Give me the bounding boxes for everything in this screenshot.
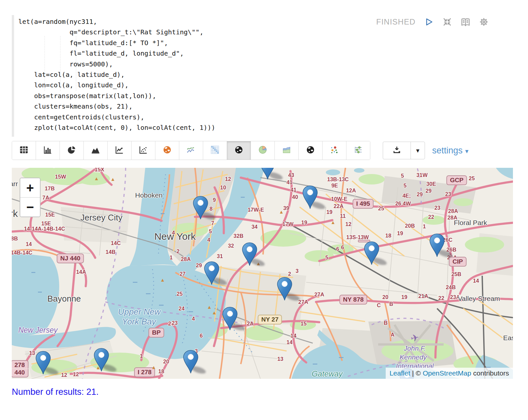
road-number-label: 25	[177, 291, 183, 297]
sliders-button[interactable]	[346, 141, 370, 160]
code-line: lon=col(a, longitude_d),	[18, 80, 215, 90]
place-label: New Jersey	[18, 326, 58, 335]
code-editor[interactable]: let(a=random(nyc311, q="descriptor_t:\"R…	[18, 16, 215, 133]
road-number-label: C	[377, 302, 381, 308]
zoom-in-button[interactable]: +	[20, 178, 40, 198]
road-number-label: 1	[140, 353, 143, 359]
road-number-label: 5	[209, 228, 212, 235]
heatmap-button[interactable]	[203, 141, 227, 160]
gear-icon[interactable]	[479, 17, 489, 27]
place-label: Hoboken	[135, 191, 163, 199]
road-number-label: 24B	[446, 284, 456, 290]
road-number-label: 25	[378, 205, 384, 212]
road-number-label: 7A	[42, 195, 49, 201]
road-number-label: 14B-14C	[12, 250, 32, 256]
place-label: Upper New	[118, 307, 161, 317]
notebook-page: { "paragraph": { "status": "FINISHED", "…	[0, 0, 528, 420]
code-line: let(a=random(nyc311,	[18, 16, 215, 27]
triangle-poi-icon: ▲	[207, 304, 212, 310]
road-number-label: 24	[179, 306, 185, 312]
road-number-label: 14	[473, 278, 479, 284]
route-shield: I 495	[353, 199, 374, 209]
triangle-poi-icon: ▲	[111, 176, 115, 182]
place-label: Bayonne	[47, 294, 81, 304]
table-button[interactable]	[12, 141, 36, 160]
road-number-label: 15X	[95, 168, 104, 173]
line-chart-icon	[114, 145, 124, 156]
pie-chart-icon	[67, 145, 77, 156]
road-number-label: 6	[341, 244, 344, 251]
road-number-label: 10	[220, 184, 226, 191]
road-number-label: 40	[292, 194, 298, 200]
code-line: lat=col(a, latitude_d),	[18, 69, 215, 80]
road-number-label: 14	[290, 333, 296, 339]
road-number-label: 5	[401, 173, 404, 179]
run-icon[interactable]	[424, 17, 434, 27]
download-caret-button[interactable]: ▾	[411, 142, 425, 159]
triangle-poi-icon: ▲	[151, 364, 156, 370]
road-number-label: B	[389, 301, 393, 307]
road-number-label: 6	[200, 333, 202, 339]
status-badge: FINISHED	[376, 17, 415, 26]
bar-chart-button[interactable]	[36, 141, 60, 160]
road-number-label: 6	[336, 246, 339, 252]
map-attribution: Leaflet | © OpenStreetMap contributors	[386, 368, 513, 379]
globe-map2-button[interactable]	[299, 141, 323, 160]
road-number-label: 29	[196, 262, 202, 269]
pie-colored-button[interactable]	[251, 141, 275, 160]
code-line: fq="latitude_d:[* TO *]",	[18, 38, 215, 48]
road-number-label: 30E	[426, 181, 436, 187]
road-number-label: 15	[301, 321, 307, 327]
globe-map-button[interactable]	[227, 141, 251, 160]
area-chart-button[interactable]	[84, 141, 108, 160]
pie-chart-button[interactable]	[60, 141, 84, 160]
leaflet-link[interactable]: Leaflet	[390, 369, 410, 377]
place-label: rk	[12, 208, 18, 219]
road-number-label: 22A	[334, 203, 343, 209]
code-line: clusters=kmeans(obs, 21),	[18, 101, 215, 112]
road-number-label: 14B	[106, 249, 115, 255]
road-number-label: 15W	[55, 174, 66, 180]
settings-toggle[interactable]: settings ▾	[432, 146, 468, 156]
road-number-label: 27A	[314, 291, 324, 298]
heatmap-icon	[210, 145, 220, 156]
road-number-label: 19	[401, 294, 407, 300]
place-label: New York	[154, 231, 196, 242]
road-number-label: 3	[295, 268, 298, 274]
road-number-label: 20	[163, 359, 169, 365]
road-number-label: 28A	[448, 208, 458, 214]
road-number-label: 31W	[416, 172, 428, 178]
download-button[interactable]	[383, 142, 411, 159]
editor-gutter	[12, 15, 14, 137]
road-number-label: 1	[423, 223, 426, 230]
multi-line-chart-button[interactable]	[179, 141, 203, 160]
road-number-label: 14	[26, 241, 32, 247]
road-number-label: 21A	[418, 293, 428, 299]
area-colored-button[interactable]	[275, 141, 299, 160]
road-number-label: 39	[283, 205, 289, 211]
road-number-label: 17B	[45, 185, 55, 192]
zoom-out-button[interactable]: −	[20, 198, 40, 217]
code-line: cent=getCentroids(clusters),	[18, 112, 215, 122]
triangle-poi-icon: ▲	[279, 209, 284, 215]
map-canvas[interactable]: 15W15X17B7A15E15E14-14A-14B-14C148B14B-1…	[12, 168, 513, 379]
road-number-label: 4	[192, 316, 195, 322]
route-shield: NJ 440	[57, 254, 84, 263]
book-icon[interactable]	[461, 17, 470, 27]
road-number-label: 29	[426, 188, 431, 194]
road-number-label: 19	[301, 219, 307, 226]
scatter-colored-button[interactable]	[323, 141, 346, 160]
code-line: obs=transpose(matrix(lat,lon)),	[18, 91, 215, 101]
triangle-poi-icon: ▲	[94, 176, 99, 181]
area-chart-icon	[91, 145, 100, 156]
line-chart-button[interactable]	[108, 141, 132, 160]
chart-type-group	[12, 141, 370, 160]
scatter-chart-button[interactable]	[132, 141, 155, 160]
road-number-label: 41	[287, 179, 292, 185]
road-number-label: B	[384, 320, 388, 326]
attribution-suffix: contributors	[471, 369, 509, 377]
openstreetmap-link[interactable]: OpenStreetMap	[423, 369, 471, 377]
collapse-icon[interactable]	[442, 17, 452, 27]
attribution-divider: | ©	[410, 369, 423, 377]
globe-orange-button[interactable]	[155, 141, 179, 160]
